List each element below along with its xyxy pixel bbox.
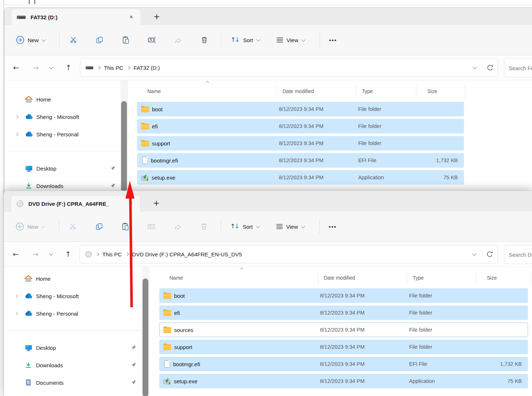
rename-button[interactable]: A: [143, 31, 161, 49]
sidebar-item-onedrive-personal[interactable]: Sheng - Personal: [4, 305, 141, 322]
expand-chevron-icon[interactable]: [15, 132, 18, 136]
sidebar-item-home[interactable]: Home: [4, 270, 141, 287]
sidebar-scrollbar-thumb[interactable]: [121, 101, 127, 192]
file-type: EFI File: [353, 157, 413, 163]
search-box[interactable]: [504, 59, 532, 77]
back-button[interactable]: ←: [13, 250, 19, 259]
file-row[interactable]: setup.exe 8/12/2023 9:34 PM Application …: [137, 170, 464, 185]
ellipsis-icon: •••: [329, 224, 337, 230]
column-header-name[interactable]: Name: [137, 85, 277, 98]
breadcrumb-current[interactable]: FAT32 (D:): [133, 65, 160, 71]
sort-icon: ↑↓: [231, 37, 240, 43]
share-button[interactable]: [169, 218, 187, 235]
file-row[interactable]: setup.exe 8/12/2023 9:34 PM Application …: [159, 374, 528, 388]
rename-button[interactable]: A: [143, 218, 160, 235]
up-button[interactable]: ↑: [65, 250, 71, 259]
file-row[interactable]: bootmgr.efi 8/12/2023 9:34 PM EFI File 1…: [137, 153, 464, 168]
ellipsis-icon: •••: [329, 37, 337, 43]
file-row[interactable]: bootmgr.efi 8/12/2023 9:34 PM EFI File 1…: [159, 357, 528, 371]
paste-button[interactable]: [117, 31, 135, 49]
navigation-pane: Home Sheng - Microsoft: [4, 267, 141, 396]
recent-locations-chevron[interactable]: [49, 252, 53, 256]
file-type: File folder: [404, 293, 472, 299]
column-header-size[interactable]: Size: [476, 271, 531, 284]
file-date: 8/12/2023 9:34 PM: [315, 344, 404, 350]
file-row[interactable]: sources 8/12/2023 9:34 PM File folder: [159, 323, 528, 337]
refresh-icon[interactable]: [486, 251, 493, 258]
file-row[interactable]: efi 8/12/2023 9:34 PM File folder: [137, 119, 464, 133]
sidebar-item-onedrive-work[interactable]: Sheng - Microsoft: [4, 108, 121, 125]
sidebar-item-label: Home: [36, 96, 51, 103]
file-row[interactable]: support 8/12/2023 9:34 PM File folder: [137, 136, 464, 151]
up-button[interactable]: ↑: [65, 63, 72, 72]
column-header-date[interactable]: Date modified: [318, 271, 407, 284]
sidebar-item-downloads[interactable]: Downloads: [4, 356, 141, 374]
expand-chevron-icon[interactable]: [15, 115, 18, 118]
sidebar-item-onedrive-work[interactable]: Sheng - Microsoft: [4, 287, 141, 305]
sidebar-item-downloads[interactable]: Downloads: [4, 177, 121, 192]
breadcrumb-this-pc[interactable]: This PC: [103, 251, 122, 257]
sidebar-item-desktop[interactable]: Desktop: [4, 339, 141, 356]
share-icon: [175, 36, 182, 44]
back-button[interactable]: ←: [13, 63, 19, 72]
more-options-button[interactable]: •••: [324, 31, 342, 49]
new-tab-button[interactable]: +: [151, 11, 163, 22]
tab-bar: FAT32 (D:) × +: [4, 8, 532, 25]
search-input[interactable]: [504, 245, 532, 264]
tab-close-button[interactable]: ×: [126, 199, 136, 208]
view-button[interactable]: View: [272, 221, 308, 233]
breadcrumb-current[interactable]: DVD Drive (F:) CPRA_A64FRE_EN-US_DV5: [132, 251, 242, 257]
forward-button[interactable]: →: [33, 63, 39, 72]
sidebar-item-documents[interactable]: Documents: [4, 374, 141, 391]
column-header-type[interactable]: Type: [407, 271, 476, 284]
delete-button[interactable]: [195, 218, 213, 235]
forward-button[interactable]: →: [32, 250, 39, 259]
file-row[interactable]: boot 8/12/2023 9:34 PM File folder: [137, 102, 464, 116]
tab-close-button[interactable]: ×: [127, 12, 136, 22]
file-type: Application: [353, 175, 413, 180]
expand-chevron-icon[interactable]: [14, 312, 17, 315]
toolbar-divider: [59, 219, 59, 234]
cut-button[interactable]: [64, 218, 82, 235]
copy-button[interactable]: [91, 31, 108, 49]
view-button-label: View: [287, 37, 298, 43]
drive-icon: [17, 15, 26, 20]
copy-button[interactable]: [91, 218, 108, 235]
tab-fat32[interactable]: FAT32 (D:) ×: [11, 9, 141, 25]
column-header-date[interactable]: Date modified: [277, 85, 356, 98]
file-row[interactable]: boot 8/12/2023 9:34 PM File folder: [159, 288, 528, 303]
sidebar-item-onedrive-personal[interactable]: Sheng - Personal: [4, 125, 121, 143]
new-tab-button[interactable]: +: [151, 197, 162, 209]
refresh-icon[interactable]: [487, 64, 493, 71]
expand-chevron-icon[interactable]: [14, 294, 17, 297]
delete-button[interactable]: [196, 31, 213, 49]
paste-button[interactable]: [117, 218, 134, 235]
sort-button[interactable]: ↑↓ Sort: [227, 34, 263, 46]
new-button[interactable]: New: [12, 33, 48, 47]
sidebar-item-home[interactable]: Home: [4, 91, 121, 108]
breadcrumb-this-pc[interactable]: This PC: [104, 65, 123, 71]
sidebar-scrollbar-thumb[interactable]: [143, 279, 148, 396]
rename-icon: A: [148, 37, 156, 43]
sidebar-item-desktop[interactable]: Desktop: [4, 160, 121, 177]
new-button[interactable]: New: [12, 220, 48, 234]
tab-dvd[interactable]: DVD Drive (F:) CPRA_A64FRE_ ×: [11, 195, 140, 212]
search-input[interactable]: [504, 59, 532, 77]
view-button[interactable]: View: [273, 34, 308, 46]
recent-locations-chevron[interactable]: [49, 65, 53, 69]
file-row[interactable]: support 8/12/2023 9:34 PM File folder: [159, 340, 528, 354]
address-bar[interactable]: This PC DVD Drive (F:) CPRA_A64FRE_EN-US…: [80, 245, 498, 263]
column-header-type[interactable]: Type: [356, 85, 416, 98]
file-row[interactable]: efi 8/12/2023 9:34 PM File folder: [159, 305, 528, 320]
more-options-button[interactable]: •••: [324, 218, 341, 235]
sort-button[interactable]: ↑↓ Sort: [227, 220, 263, 233]
search-box[interactable]: [504, 245, 532, 264]
column-header-size[interactable]: Size: [416, 85, 465, 98]
file-list: Name Date modified Type Size boot 8/12/2…: [159, 267, 532, 396]
address-bar[interactable]: This PC FAT32 (D:): [80, 59, 498, 77]
column-header-name[interactable]: Name: [159, 271, 318, 284]
address-dropdown-chevron[interactable]: [473, 65, 477, 69]
cut-button[interactable]: [65, 31, 82, 49]
address-dropdown-chevron[interactable]: [472, 252, 476, 256]
share-button[interactable]: [169, 31, 187, 49]
